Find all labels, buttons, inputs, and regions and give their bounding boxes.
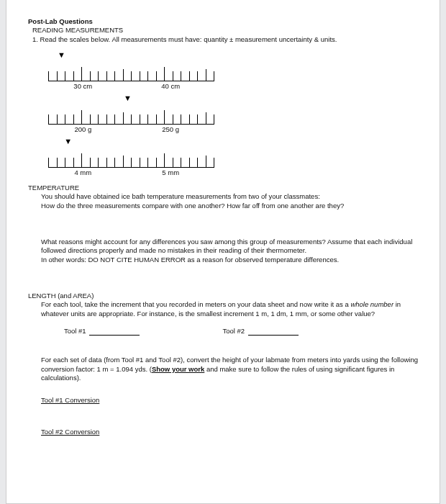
reading-measurements-heading: READING MEASUREMENTS: [32, 26, 418, 35]
length-intro: For each tool, take the increment that y…: [41, 300, 418, 318]
length-section: LENGTH (and AREA) For each tool, take th…: [28, 292, 418, 436]
rulers-group: ▼30 cm40 cm ▼200 g250 g ▼4 mm5 mm: [48, 54, 418, 168]
ruler-pointer-icon: ▼: [58, 51, 65, 59]
temperature-p2b: In other words: DO NOT CITE HUMAN ERROR …: [41, 256, 418, 264]
document-page: Post-Lab Questions READING MEASUREMENTS …: [6, 0, 440, 504]
ruler-label-left: 30 cm: [73, 82, 92, 91]
ruler-pointer-icon: ▼: [64, 138, 72, 145]
tool2-conversion-heading: Tool #2 Conversion: [41, 428, 418, 436]
tool2-input-line[interactable]: [248, 328, 299, 336]
conversion-intro: For each set of data (from Tool #1 and T…: [41, 356, 418, 382]
temperature-heading: TEMPERATURE: [28, 184, 418, 192]
ruler-g: ▼200 g250 g: [48, 97, 214, 125]
ruler-cm: ▼30 cm40 cm: [48, 54, 214, 81]
show-your-work-text: Show your work: [152, 365, 204, 373]
length-intro-a: For each tool, take the increment that y…: [41, 300, 350, 308]
temperature-p1b: How do the three measurements compare wi…: [41, 202, 418, 210]
section-title: Post-Lab Questions: [28, 17, 418, 26]
tool-fields-row: Tool #1 Tool #2: [64, 327, 418, 336]
ruler-mm: ▼4 mm5 mm: [48, 140, 214, 168]
temperature-p1a: You should have obtained ice bath temper…: [41, 192, 418, 201]
ruler-label-left: 200 g: [74, 125, 91, 134]
tool2-label: Tool #2: [222, 327, 245, 335]
tool1-input-line[interactable]: [89, 328, 140, 336]
ruler-pointer-icon: ▼: [124, 94, 132, 102]
tool1-conversion-heading: Tool #1 Conversion: [41, 396, 418, 405]
ruler-label-right: 5 mm: [162, 168, 179, 177]
length-intro-italic: whole number: [350, 300, 393, 308]
length-heading: LENGTH (and AREA): [28, 292, 418, 300]
temperature-section: TEMPERATURE You should have obtained ice…: [28, 184, 418, 264]
ruler-label-right: 250 g: [162, 125, 179, 134]
temperature-p2a: What reasons might account for any diffe…: [41, 238, 418, 256]
ruler-label-right: 40 cm: [161, 82, 180, 91]
ruler-label-left: 4 mm: [74, 168, 91, 177]
question-1: 1. Read the scales below. All measuremen…: [32, 35, 418, 44]
tool1-label: Tool #1: [64, 327, 86, 335]
